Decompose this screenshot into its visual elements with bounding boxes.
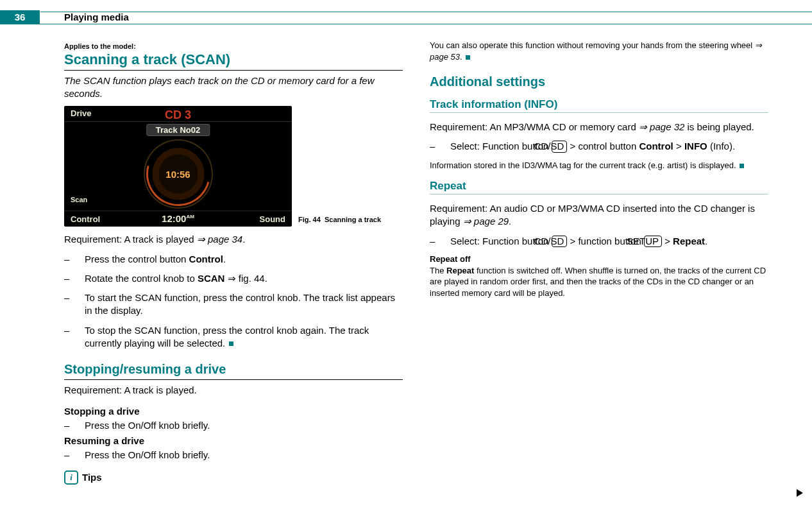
info-note: Information stored in the ID3/WMA tag fo… (430, 160, 768, 171)
page-reference[interactable]: ⇒ page 29 (463, 216, 509, 227)
tips-heading: i Tips (64, 470, 403, 485)
page-reference[interactable]: ⇒ page 32 (639, 121, 684, 132)
sub-heading-stopping: Stopping a drive (64, 406, 403, 417)
step-item: –Press the On/Off knob briefly. (64, 419, 403, 432)
step-text: Press the On/Off knob briefly. (85, 449, 210, 460)
req-text: Requirement: An MP3/WMA CD or memory car… (430, 121, 639, 132)
requirement-text: Requirement: A track is played. (64, 384, 403, 397)
step-text: To start the SCAN function, press the co… (85, 292, 395, 316)
step-text: > (673, 141, 684, 151)
req-text: is being played. (684, 121, 754, 132)
hardware-button-cdsd: CD/SD (552, 236, 568, 248)
requirement-text: Requirement: A track is played ⇒ page 34… (64, 233, 403, 246)
note-text: function is switched off. When shuffle i… (430, 266, 766, 298)
step-text: ⇒ fig. 44. (224, 273, 267, 284)
section-intro: The SCAN function plays each track on th… (64, 74, 403, 99)
end-mark-icon (229, 341, 233, 346)
page-number: 36 (0, 10, 40, 24)
step-item: –Select: Function button CD/SD > functio… (430, 235, 768, 248)
step-bold: INFO (684, 141, 707, 151)
header-rule-bottom (0, 24, 812, 24)
figure-caption-text: Scanning a track (325, 216, 381, 223)
screenshot-clock: 12:00AM (64, 213, 292, 224)
sub-heading-repeat-off: Repeat off (430, 254, 768, 264)
end-mark-icon (466, 55, 470, 60)
topic-heading-repeat: Repeat (430, 180, 768, 194)
tips-text-part: . (460, 52, 462, 62)
end-mark-icon (740, 164, 744, 168)
tips-text-part: You can also operate this function witho… (430, 40, 755, 50)
screenshot-dial: 10:56 (144, 139, 213, 209)
applies-label: Applies to the model: (64, 42, 403, 50)
step-item: –Rotate the control knob to SCAN ⇒ fig. … (64, 272, 403, 285)
page-reference[interactable]: ⇒ page 34 (197, 234, 242, 245)
section-heading-scan: Scanning a track (SCAN) (64, 51, 403, 67)
repeat-off-note: The Repeat function is switched off. Whe… (430, 265, 768, 299)
tips-text: You can also operate this function witho… (430, 40, 768, 62)
note-text: Information stored in the ID3/WMA tag fo… (430, 160, 736, 170)
hardware-button-setup: SETUP (644, 236, 662, 248)
step-bold: Repeat (673, 236, 705, 246)
figure-caption: Fig. 44 Scanning a track (298, 216, 403, 227)
tips-label: Tips (82, 472, 102, 483)
step-bold: Control (189, 254, 223, 264)
screenshot-sound-label: Sound (260, 214, 285, 224)
step-text: Press the On/Off knob briefly. (85, 420, 210, 431)
topic-heading-info: Track information (INFO) (430, 98, 768, 113)
chapter-title: Playing media (64, 10, 129, 24)
screenshot-track-pill: Track No02 (146, 124, 210, 136)
section-rule (64, 379, 403, 380)
continue-arrow-icon (795, 488, 804, 497)
step-item: –Select: Function button CD/SD > control… (430, 140, 768, 153)
screenshot-cd-label: CD 3 (64, 108, 292, 122)
step-text: Rotate the control knob to (85, 273, 198, 284)
requirement-text: Requirement: An audio CD or MP3/WMA CD i… (430, 202, 768, 229)
header-bar: 36 Playing media (0, 10, 812, 24)
section-heading-additional: Additional settings (430, 74, 768, 89)
content-columns: Applies to the model: Scanning a track (… (64, 40, 768, 501)
step-bold: SCAN (198, 273, 225, 284)
info-icon: i (64, 470, 78, 485)
step-text: Press the control button (85, 254, 189, 264)
sub-heading-resuming: Resuming a drive (64, 435, 403, 446)
screenshot-dial-time: 10:56 (165, 169, 190, 180)
section-heading-stop-resume: Stopping/resuming a drive (64, 361, 403, 377)
figure-screenshot: Drive CD 3 Track No02 10:56 Scan Control… (64, 106, 292, 227)
figure-caption-prefix: Fig. 44 (298, 216, 321, 223)
screenshot-divider (64, 211, 292, 211)
req-prefix: Requirement: A track is played (64, 234, 197, 245)
step-text: (Info). (707, 141, 735, 151)
hardware-button-cdsd: CD/SD (552, 141, 568, 153)
requirement-text: Requirement: An MP3/WMA CD or memory car… (430, 121, 768, 134)
req-suffix: . (242, 234, 245, 245)
step-item: –To start the SCAN function, press the c… (64, 291, 403, 318)
step-text: > control button (567, 141, 639, 151)
svg-marker-0 (797, 489, 803, 497)
page: 36 Playing media Applies to the model: S… (0, 0, 812, 509)
step-item: –Press the control button Control. (64, 253, 403, 266)
step-text: . (223, 254, 226, 264)
header-rule-top (40, 12, 812, 12)
step-item: –To stop the SCAN function, press the co… (64, 324, 403, 350)
section-rule (64, 70, 403, 71)
step-item: –Press the On/Off knob briefly. (64, 449, 403, 462)
step-text: To stop the SCAN function, press the con… (85, 325, 369, 349)
screenshot-clock-ampm: AM (186, 214, 194, 220)
req-text: . (509, 216, 511, 227)
figure-row: Drive CD 3 Track No02 10:56 Scan Control… (64, 106, 403, 227)
note-text: The (430, 266, 446, 275)
step-text: . (705, 236, 707, 246)
step-bold: Control (639, 141, 673, 151)
step-text: > (662, 236, 673, 246)
note-bold: Repeat (446, 266, 474, 275)
screenshot-clock-time: 12:00 (162, 213, 186, 224)
screenshot-scan-label: Scan (71, 196, 87, 203)
